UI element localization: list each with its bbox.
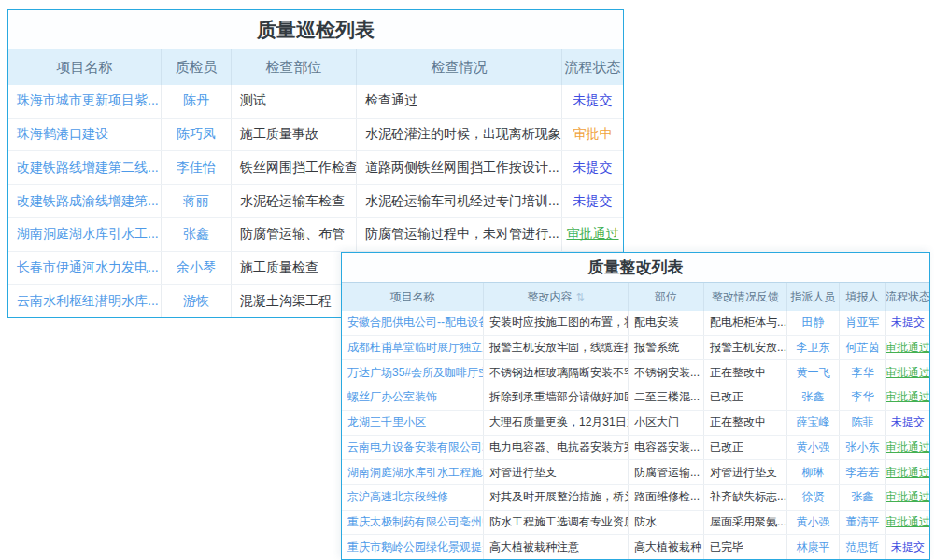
part: 防水 [629, 511, 704, 535]
feedback: 已改正 [704, 385, 787, 410]
assignee-name[interactable]: 黄小强 [787, 436, 840, 460]
rectify-content: 安装时应按施工图的布置，将... [484, 311, 629, 335]
project-name-link[interactable]: 长春市伊通河水力发电... [8, 252, 162, 285]
process-status[interactable]: 审批通过 [886, 511, 929, 535]
project-name-link[interactable]: 湖南洞庭湖水库引水工程施工I标 [342, 460, 484, 484]
feedback: 已完毕 [704, 535, 787, 559]
process-status[interactable]: 审批通过 [886, 460, 929, 484]
part: 路面维修检... [629, 485, 704, 510]
column-label: 填报人 [846, 289, 880, 305]
part: 电容器安装... [629, 436, 704, 460]
inspector-name[interactable]: 李佳怡 [162, 151, 232, 184]
sort-icon[interactable]: ⇅ [575, 292, 584, 302]
feedback: 正在整改中 [704, 360, 787, 385]
part: 高大植被栽种 [629, 535, 704, 559]
column-label: 指派人员 [791, 289, 836, 305]
table-row: 改建铁路成渝线增建第...蒋丽水泥砼运输车检查水泥砼运输车司机经过专门培训...… [8, 185, 623, 218]
reporter-name[interactable]: 张鑫 [840, 485, 886, 510]
process-status[interactable]: 审批通过 [886, 436, 929, 460]
rectify-content: 对其及时开展整治措施，桥头... [484, 485, 629, 510]
assignee-name[interactable]: 柳琳 [787, 460, 840, 484]
inspector-name[interactable]: 游恢 [162, 285, 232, 317]
rectification-table-title: 质量整改列表 [342, 253, 929, 283]
project-name-link[interactable]: 改建铁路线增建第二线... [8, 151, 162, 184]
feedback: 配电柜柜体与... [704, 311, 787, 335]
reporter-name[interactable]: 李华 [840, 360, 886, 385]
header-assignee: 指派人员 [787, 283, 840, 311]
header-feedback: 整改情况反馈 [704, 283, 787, 311]
inspector-name[interactable]: 陈巧凤 [162, 119, 232, 151]
assignee-name[interactable]: 李卫东 [787, 336, 840, 360]
table-row: 重庆太极制药有限公司亳州中...防水工程施工选调有专业资质...防水屋面采用聚氨… [342, 511, 929, 536]
project-name-link[interactable]: 龙湖三千里小区 [342, 411, 484, 435]
assignee-name[interactable]: 林康平 [787, 535, 840, 559]
reporter-name[interactable]: 肖亚军 [840, 311, 886, 335]
project-name-link[interactable]: 云南电力设备安装有限公司20... [342, 436, 484, 460]
column-label: 整改内容 [527, 289, 572, 305]
column-label: 检查情况 [432, 59, 488, 77]
process-status[interactable]: 审批通过 [886, 385, 929, 410]
table-row: 改建铁路线增建第二线...李佳怡铁丝网围挡工作检查道路两侧铁丝网围挡工作按设计.… [8, 151, 623, 185]
column-label: 流程状态 [565, 59, 621, 77]
process-status: 未提交 [562, 151, 623, 184]
table-row: 云南电力设备安装有限公司20...电力电容器、电抗器安装方案...电容器安装..… [342, 436, 929, 461]
inspection-part: 铁丝网围挡工作检查 [232, 151, 357, 184]
feedback: 已改正 [704, 436, 787, 460]
project-name-link[interactable]: 万达广场35#会所及咖啡厅空... [342, 360, 484, 385]
header-project-name: 项目名称 [342, 283, 484, 311]
reporter-name[interactable]: 何芷茵 [840, 336, 886, 360]
reporter-name[interactable]: 李华 [840, 385, 886, 410]
assignee-name[interactable]: 张鑫 [787, 385, 840, 410]
project-name-link[interactable]: 京沪高速北京段维修 [342, 485, 484, 510]
process-status[interactable]: 审批通过 [886, 485, 929, 510]
inspection-part: 防腐管运输、布管 [232, 218, 357, 251]
project-name-link[interactable]: 螺丝厂办公室装饰 [342, 385, 484, 410]
project-name-link[interactable]: 珠海市城市更新项目紫... [8, 85, 162, 118]
reporter-name[interactable]: 陈菲 [840, 411, 886, 435]
project-name-link[interactable]: 珠海鹤港口建设 [8, 119, 162, 151]
process-status: 未提交 [886, 311, 929, 335]
project-name-link[interactable]: 湖南洞庭湖水库引水工... [8, 218, 162, 251]
process-status[interactable]: 审批通过 [886, 360, 929, 385]
project-name-link[interactable]: 重庆市鹅岭公园绿化景观提升... [342, 535, 484, 559]
reporter-name[interactable]: 董清平 [840, 511, 886, 535]
table-row: 珠海市城市更新项目紫...陈丹测试检查通过未提交 [8, 85, 623, 119]
inspection-situation: 检查通过 [357, 85, 562, 118]
process-status[interactable]: 审批通过 [562, 218, 623, 251]
rectification-table-card: 质量整改列表 项目名称整改内容⇅部位整改情况反馈指派人员填报人流程状态 安徽合肥… [341, 252, 930, 560]
part: 不锈钢安装... [629, 360, 704, 385]
reporter-name[interactable]: 张小东 [840, 436, 886, 460]
project-name-link[interactable]: 安徽合肥供电公司--配电设备... [342, 311, 484, 335]
project-name-link[interactable]: 成都杜甫草堂临时展厅独立展... [342, 336, 484, 360]
assignee-name[interactable]: 黄一飞 [787, 360, 840, 385]
assignee-name[interactable]: 黄小强 [787, 511, 840, 535]
header-rectify-content[interactable]: 整改内容⇅ [484, 283, 629, 311]
part: 防腐管运输... [629, 460, 704, 484]
process-status: 未提交 [562, 85, 623, 118]
reporter-name[interactable]: 李若若 [840, 460, 886, 484]
project-name-link[interactable]: 改建铁路成渝线增建第... [8, 185, 162, 217]
inspector-name[interactable]: 陈丹 [162, 85, 232, 118]
table-row: 湖南洞庭湖水库引水工...张鑫防腐管运输、布管防腐管运输过程中，未对管进行...… [8, 218, 623, 252]
assignee-name[interactable]: 田静 [787, 311, 840, 335]
assignee-name[interactable]: 薛宝峰 [787, 411, 840, 435]
part: 报警系统 [629, 336, 704, 360]
header-inspection-situation: 检查情况 [357, 49, 562, 85]
part: 配电安装 [629, 311, 704, 335]
feedback: 正在整改中 [704, 411, 787, 435]
rectify-content: 防水工程施工选调有专业资质... [484, 511, 629, 535]
inspector-name[interactable]: 余小琴 [162, 252, 232, 285]
header-inspector: 质检员 [162, 49, 232, 85]
assignee-name[interactable]: 徐贤 [787, 485, 840, 510]
inspector-name[interactable]: 蒋丽 [162, 185, 232, 217]
header-inspection-part: 检查部位 [232, 49, 357, 85]
column-label: 部位 [655, 289, 677, 305]
feedback: 报警主机安放... [704, 336, 787, 360]
process-status[interactable]: 审批通过 [886, 336, 929, 360]
inspector-name[interactable]: 张鑫 [162, 218, 232, 251]
project-name-link[interactable]: 重庆太极制药有限公司亳州中... [342, 511, 484, 535]
rectify-content: 电力电容器、电抗器安装方案... [484, 436, 629, 460]
process-status: 未提交 [886, 535, 929, 559]
reporter-name[interactable]: 范思哲 [840, 535, 886, 559]
project-name-link[interactable]: 云南水利枢纽潜明水库... [8, 285, 162, 317]
